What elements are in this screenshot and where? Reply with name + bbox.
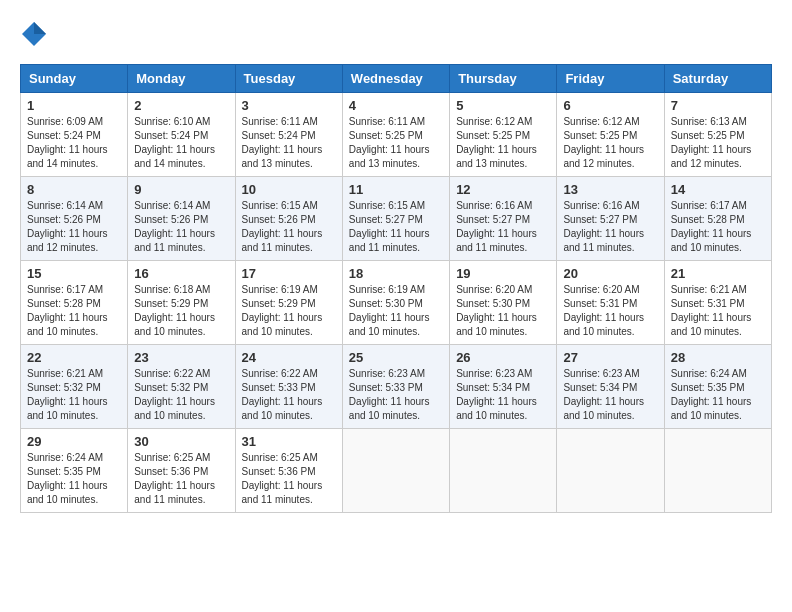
- calendar-table: SundayMondayTuesdayWednesdayThursdayFrid…: [20, 64, 772, 513]
- calendar-cell: 6Sunrise: 6:12 AM Sunset: 5:25 PM Daylig…: [557, 93, 664, 177]
- calendar-cell: 18Sunrise: 6:19 AM Sunset: 5:30 PM Dayli…: [342, 261, 449, 345]
- calendar-cell: 21Sunrise: 6:21 AM Sunset: 5:31 PM Dayli…: [664, 261, 771, 345]
- day-number: 11: [349, 182, 443, 197]
- calendar-week-1: 1Sunrise: 6:09 AM Sunset: 5:24 PM Daylig…: [21, 93, 772, 177]
- calendar-week-5: 29Sunrise: 6:24 AM Sunset: 5:35 PM Dayli…: [21, 429, 772, 513]
- day-info: Sunrise: 6:23 AM Sunset: 5:34 PM Dayligh…: [456, 367, 550, 423]
- day-number: 22: [27, 350, 121, 365]
- day-info: Sunrise: 6:21 AM Sunset: 5:31 PM Dayligh…: [671, 283, 765, 339]
- day-number: 9: [134, 182, 228, 197]
- day-number: 10: [242, 182, 336, 197]
- day-number: 29: [27, 434, 121, 449]
- day-info: Sunrise: 6:11 AM Sunset: 5:25 PM Dayligh…: [349, 115, 443, 171]
- day-info: Sunrise: 6:11 AM Sunset: 5:24 PM Dayligh…: [242, 115, 336, 171]
- day-info: Sunrise: 6:19 AM Sunset: 5:30 PM Dayligh…: [349, 283, 443, 339]
- column-header-thursday: Thursday: [450, 65, 557, 93]
- day-info: Sunrise: 6:22 AM Sunset: 5:32 PM Dayligh…: [134, 367, 228, 423]
- column-header-monday: Monday: [128, 65, 235, 93]
- calendar-cell: 11Sunrise: 6:15 AM Sunset: 5:27 PM Dayli…: [342, 177, 449, 261]
- calendar-cell: 28Sunrise: 6:24 AM Sunset: 5:35 PM Dayli…: [664, 345, 771, 429]
- column-header-sunday: Sunday: [21, 65, 128, 93]
- calendar-cell: 19Sunrise: 6:20 AM Sunset: 5:30 PM Dayli…: [450, 261, 557, 345]
- page-header: [20, 20, 772, 48]
- day-info: Sunrise: 6:17 AM Sunset: 5:28 PM Dayligh…: [671, 199, 765, 255]
- calendar-cell: [450, 429, 557, 513]
- day-number: 26: [456, 350, 550, 365]
- calendar-cell: 8Sunrise: 6:14 AM Sunset: 5:26 PM Daylig…: [21, 177, 128, 261]
- day-number: 19: [456, 266, 550, 281]
- calendar-cell: 31Sunrise: 6:25 AM Sunset: 5:36 PM Dayli…: [235, 429, 342, 513]
- day-info: Sunrise: 6:22 AM Sunset: 5:33 PM Dayligh…: [242, 367, 336, 423]
- day-number: 21: [671, 266, 765, 281]
- day-number: 17: [242, 266, 336, 281]
- day-info: Sunrise: 6:19 AM Sunset: 5:29 PM Dayligh…: [242, 283, 336, 339]
- day-number: 3: [242, 98, 336, 113]
- day-number: 30: [134, 434, 228, 449]
- calendar-cell: 27Sunrise: 6:23 AM Sunset: 5:34 PM Dayli…: [557, 345, 664, 429]
- day-info: Sunrise: 6:17 AM Sunset: 5:28 PM Dayligh…: [27, 283, 121, 339]
- calendar-cell: 16Sunrise: 6:18 AM Sunset: 5:29 PM Dayli…: [128, 261, 235, 345]
- calendar-cell: [342, 429, 449, 513]
- day-number: 18: [349, 266, 443, 281]
- calendar-cell: 17Sunrise: 6:19 AM Sunset: 5:29 PM Dayli…: [235, 261, 342, 345]
- calendar-cell: 29Sunrise: 6:24 AM Sunset: 5:35 PM Dayli…: [21, 429, 128, 513]
- day-info: Sunrise: 6:14 AM Sunset: 5:26 PM Dayligh…: [27, 199, 121, 255]
- column-header-saturday: Saturday: [664, 65, 771, 93]
- day-info: Sunrise: 6:09 AM Sunset: 5:24 PM Dayligh…: [27, 115, 121, 171]
- day-number: 7: [671, 98, 765, 113]
- logo: [20, 20, 52, 48]
- day-info: Sunrise: 6:12 AM Sunset: 5:25 PM Dayligh…: [563, 115, 657, 171]
- day-number: 23: [134, 350, 228, 365]
- calendar-week-4: 22Sunrise: 6:21 AM Sunset: 5:32 PM Dayli…: [21, 345, 772, 429]
- calendar-cell: 2Sunrise: 6:10 AM Sunset: 5:24 PM Daylig…: [128, 93, 235, 177]
- calendar-cell: 24Sunrise: 6:22 AM Sunset: 5:33 PM Dayli…: [235, 345, 342, 429]
- day-number: 12: [456, 182, 550, 197]
- calendar-cell: 9Sunrise: 6:14 AM Sunset: 5:26 PM Daylig…: [128, 177, 235, 261]
- day-number: 24: [242, 350, 336, 365]
- column-header-tuesday: Tuesday: [235, 65, 342, 93]
- day-info: Sunrise: 6:14 AM Sunset: 5:26 PM Dayligh…: [134, 199, 228, 255]
- day-info: Sunrise: 6:25 AM Sunset: 5:36 PM Dayligh…: [242, 451, 336, 507]
- calendar-cell: 20Sunrise: 6:20 AM Sunset: 5:31 PM Dayli…: [557, 261, 664, 345]
- day-info: Sunrise: 6:24 AM Sunset: 5:35 PM Dayligh…: [27, 451, 121, 507]
- calendar-cell: [664, 429, 771, 513]
- calendar-cell: 13Sunrise: 6:16 AM Sunset: 5:27 PM Dayli…: [557, 177, 664, 261]
- day-number: 25: [349, 350, 443, 365]
- day-info: Sunrise: 6:24 AM Sunset: 5:35 PM Dayligh…: [671, 367, 765, 423]
- day-info: Sunrise: 6:16 AM Sunset: 5:27 PM Dayligh…: [563, 199, 657, 255]
- calendar-cell: 7Sunrise: 6:13 AM Sunset: 5:25 PM Daylig…: [664, 93, 771, 177]
- calendar-cell: 1Sunrise: 6:09 AM Sunset: 5:24 PM Daylig…: [21, 93, 128, 177]
- day-info: Sunrise: 6:23 AM Sunset: 5:33 PM Dayligh…: [349, 367, 443, 423]
- calendar-cell: 15Sunrise: 6:17 AM Sunset: 5:28 PM Dayli…: [21, 261, 128, 345]
- calendar-cell: 12Sunrise: 6:16 AM Sunset: 5:27 PM Dayli…: [450, 177, 557, 261]
- calendar-cell: 14Sunrise: 6:17 AM Sunset: 5:28 PM Dayli…: [664, 177, 771, 261]
- day-info: Sunrise: 6:16 AM Sunset: 5:27 PM Dayligh…: [456, 199, 550, 255]
- day-info: Sunrise: 6:20 AM Sunset: 5:30 PM Dayligh…: [456, 283, 550, 339]
- day-number: 31: [242, 434, 336, 449]
- day-info: Sunrise: 6:21 AM Sunset: 5:32 PM Dayligh…: [27, 367, 121, 423]
- day-number: 20: [563, 266, 657, 281]
- day-info: Sunrise: 6:10 AM Sunset: 5:24 PM Dayligh…: [134, 115, 228, 171]
- svg-marker-1: [34, 22, 46, 34]
- day-number: 15: [27, 266, 121, 281]
- calendar-cell: 25Sunrise: 6:23 AM Sunset: 5:33 PM Dayli…: [342, 345, 449, 429]
- day-info: Sunrise: 6:15 AM Sunset: 5:27 PM Dayligh…: [349, 199, 443, 255]
- calendar-week-2: 8Sunrise: 6:14 AM Sunset: 5:26 PM Daylig…: [21, 177, 772, 261]
- calendar-cell: [557, 429, 664, 513]
- column-header-wednesday: Wednesday: [342, 65, 449, 93]
- calendar-cell: 5Sunrise: 6:12 AM Sunset: 5:25 PM Daylig…: [450, 93, 557, 177]
- calendar-cell: 30Sunrise: 6:25 AM Sunset: 5:36 PM Dayli…: [128, 429, 235, 513]
- day-number: 1: [27, 98, 121, 113]
- day-info: Sunrise: 6:13 AM Sunset: 5:25 PM Dayligh…: [671, 115, 765, 171]
- logo-icon: [20, 20, 48, 48]
- calendar-cell: 23Sunrise: 6:22 AM Sunset: 5:32 PM Dayli…: [128, 345, 235, 429]
- calendar-cell: 3Sunrise: 6:11 AM Sunset: 5:24 PM Daylig…: [235, 93, 342, 177]
- day-info: Sunrise: 6:23 AM Sunset: 5:34 PM Dayligh…: [563, 367, 657, 423]
- day-number: 27: [563, 350, 657, 365]
- day-number: 28: [671, 350, 765, 365]
- day-number: 14: [671, 182, 765, 197]
- calendar-cell: 10Sunrise: 6:15 AM Sunset: 5:26 PM Dayli…: [235, 177, 342, 261]
- day-number: 8: [27, 182, 121, 197]
- day-number: 5: [456, 98, 550, 113]
- day-number: 4: [349, 98, 443, 113]
